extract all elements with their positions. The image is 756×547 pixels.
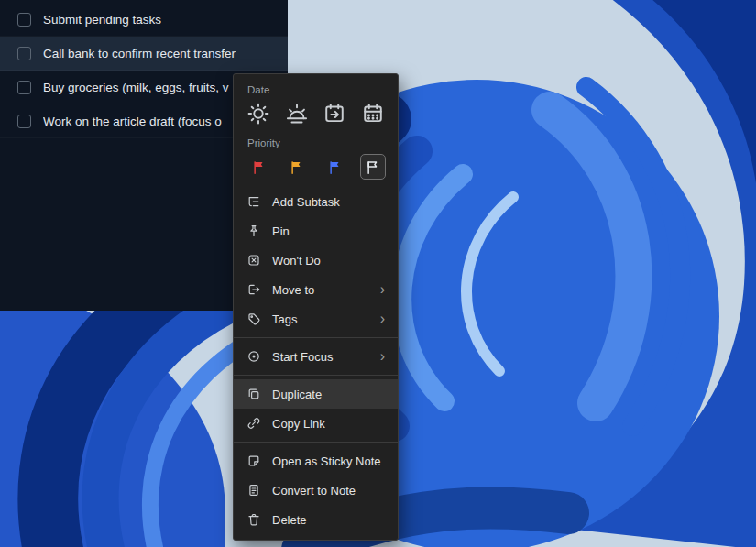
date-custom-button[interactable] <box>360 101 386 126</box>
task-checkbox[interactable] <box>17 13 31 27</box>
menu-item-label: Convert to Note <box>272 484 385 498</box>
menu-item-label: Pin <box>272 224 385 238</box>
wont-do-icon <box>247 253 261 268</box>
menu-item-tags[interactable]: Tags › <box>234 304 398 334</box>
tomorrow-sunrise-icon <box>285 102 309 126</box>
date-section-label: Date <box>234 78 398 98</box>
menu-item-label: Copy Link <box>272 417 385 431</box>
tags-icon <box>247 312 261 326</box>
date-tomorrow-button[interactable] <box>284 101 310 126</box>
today-sun-icon <box>247 102 270 126</box>
duplicate-icon <box>247 387 261 401</box>
menu-item-label: Move to <box>272 283 369 297</box>
menu-item-label: Tags <box>272 312 369 326</box>
date-options-row <box>234 98 398 131</box>
add-subtask-icon <box>247 194 261 209</box>
priority-medium-flag-button[interactable] <box>284 154 310 180</box>
menu-item-label: Duplicate <box>272 388 385 401</box>
task-title: Submit pending tasks <box>43 13 161 27</box>
menu-item-label: Add Subtask <box>272 195 385 209</box>
task-title: Call bank to confirm recent transfer <box>43 47 236 60</box>
menu-item-label: Start Focus <box>272 350 369 364</box>
convert-note-icon <box>247 483 261 498</box>
menu-item-convert-to-note[interactable]: Convert to Note <box>234 476 398 505</box>
task-title: Buy groceries (milk, eggs, fruits, v <box>43 81 229 94</box>
high-priority-flag-icon <box>251 159 267 175</box>
chevron-right-icon: › <box>380 312 385 326</box>
menu-item-delete[interactable]: Delete <box>234 505 398 534</box>
task-checkbox[interactable] <box>17 81 31 94</box>
menu-item-wont-do[interactable]: Won't Do <box>234 246 398 275</box>
task-title: Work on the article draft (focus o <box>43 115 222 128</box>
task-checkbox[interactable] <box>17 115 31 128</box>
start-focus-icon <box>247 349 261 364</box>
task-row[interactable]: Submit pending tasks <box>0 3 288 37</box>
priority-low-flag-button[interactable] <box>322 154 347 180</box>
menu-item-duplicate[interactable]: Duplicate <box>234 379 398 409</box>
menu-separator <box>234 375 398 376</box>
menu-item-label: Delete <box>272 513 385 527</box>
date-next-week-button[interactable] <box>322 101 347 126</box>
menu-separator <box>234 337 398 338</box>
menu-item-pin[interactable]: Pin <box>234 216 398 246</box>
priority-none-flag-button[interactable] <box>360 154 386 180</box>
menu-item-label: Open as Sticky Note <box>272 454 385 468</box>
chevron-right-icon: › <box>380 282 385 297</box>
next-week-calendar-icon <box>323 102 346 126</box>
menu-item-open-as-sticky-note[interactable]: Open as Sticky Note <box>234 446 398 476</box>
low-priority-flag-icon <box>327 159 343 175</box>
pin-icon <box>247 224 261 238</box>
no-priority-flag-icon <box>365 159 380 175</box>
medium-priority-flag-icon <box>289 159 304 175</box>
desktop: Submit pending tasks Call bank to confir… <box>0 0 756 547</box>
chevron-right-icon: › <box>380 349 385 364</box>
menu-item-add-subtask[interactable]: Add Subtask <box>234 187 398 216</box>
trash-icon <box>247 512 261 527</box>
menu-item-label: Won't Do <box>272 254 385 268</box>
priority-high-flag-button[interactable] <box>246 154 271 180</box>
menu-item-start-focus[interactable]: Start Focus › <box>234 342 398 371</box>
priority-section-label: Priority <box>234 131 398 151</box>
task-row-selected[interactable]: Call bank to confirm recent transfer <box>0 37 288 71</box>
menu-item-copy-link[interactable]: Copy Link <box>234 409 398 438</box>
task-context-menu: Date <box>233 73 399 541</box>
menu-separator <box>234 442 398 443</box>
date-today-button[interactable] <box>246 101 271 126</box>
sticky-note-icon <box>247 454 261 468</box>
task-checkbox[interactable] <box>17 47 31 60</box>
copy-link-icon <box>247 416 261 431</box>
move-to-icon <box>247 282 261 297</box>
custom-date-calendar-icon <box>361 102 385 126</box>
context-menu-items: Add Subtask Pin Won't Do Move to › <box>234 184 398 534</box>
priority-options-row <box>234 151 398 184</box>
menu-item-move-to[interactable]: Move to › <box>234 275 398 304</box>
